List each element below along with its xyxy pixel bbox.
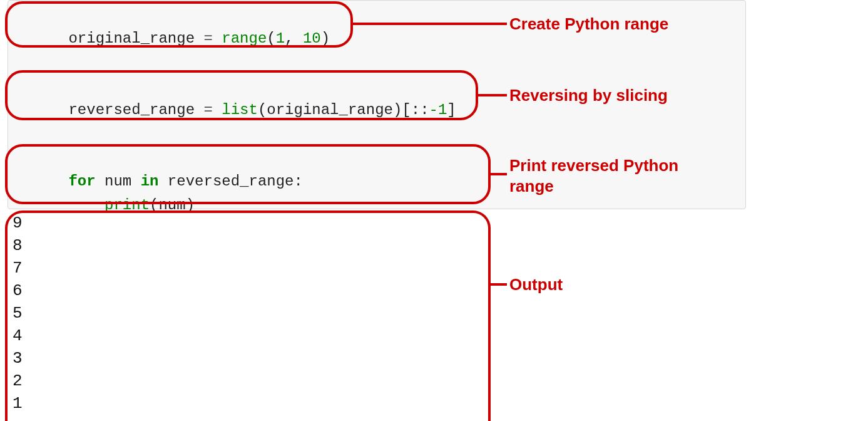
connector-output	[491, 283, 507, 286]
token-print: print	[105, 197, 150, 214]
output-line: 8	[9, 234, 484, 257]
output-line: 5	[9, 302, 484, 325]
output-line: 9	[9, 212, 484, 234]
output-line: 1	[9, 392, 484, 415]
label-create: Create Python range	[509, 14, 668, 34]
token-open: (	[267, 30, 275, 47]
output-line: 6	[9, 279, 484, 302]
connector-print	[491, 173, 507, 175]
token-close: )	[321, 30, 330, 47]
label-print: Print reversed Python range	[509, 155, 678, 196]
connector-reverse	[478, 94, 507, 96]
token-assign: =	[195, 30, 222, 47]
output-line: 7	[9, 257, 484, 279]
connector-create	[353, 23, 507, 25]
output-line: 2	[9, 370, 484, 392]
output-line: 3	[9, 347, 484, 370]
code-line-1: original_range = range(1, 10)	[14, 13, 330, 64]
token-arg2: 10	[303, 30, 321, 47]
token-close2a: )[::	[393, 101, 429, 118]
token-range-fn: range	[222, 30, 267, 47]
token-var2: reversed_range	[68, 101, 195, 118]
token-assign2: =	[195, 101, 222, 118]
token-close2b: ]	[447, 101, 456, 118]
token-indent	[68, 197, 105, 214]
label-output: Output	[509, 274, 563, 295]
token-inner: original_range	[267, 101, 393, 118]
token-list-fn: list	[222, 101, 258, 118]
token-arg1: 1	[276, 30, 285, 47]
diagram-stage: original_range = range(1, 10) reversed_r…	[0, 0, 868, 421]
token-open2: (	[258, 101, 267, 118]
code-line-2: reversed_range = list(original_range)[::…	[14, 85, 456, 135]
output-block: 9 8 7 6 5 4 3 2 1	[9, 212, 484, 415]
token-rest4: (num)	[150, 197, 195, 214]
output-line: 4	[9, 325, 484, 347]
token-var: original_range	[68, 30, 195, 47]
token-comma: ,	[285, 30, 303, 47]
label-reverse: Reversing by slicing	[509, 85, 668, 106]
token-neg1: -1	[429, 101, 447, 118]
